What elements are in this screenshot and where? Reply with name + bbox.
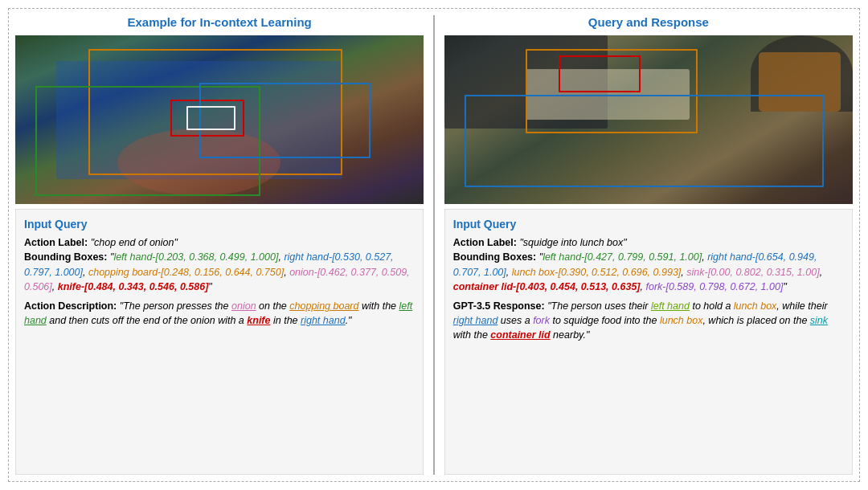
right-gpt-text8: with the [453, 329, 491, 341]
left-desc-label: Action Description: [24, 300, 120, 312]
right-gpt-text5: to squidge food into the [550, 315, 660, 326]
right-gpt-text6: , which is placed [702, 315, 779, 326]
right-gpt-lunchbox1: lunch box [734, 300, 777, 312]
right-gpt-lunchbox2: lunch box [660, 315, 703, 326]
left-image [15, 35, 424, 204]
right-action-label: Action Label: [453, 237, 520, 248]
right-bbox-lunchbox: lunch box-[0.390, 0.512, 0.696, 0.993] [512, 267, 682, 278]
left-desc-righthand: right hand [301, 315, 346, 326]
right-gpt-fork: fork [533, 315, 550, 326]
left-bbox-lefthand: left hand-[0.203, 0.368, 0.499, 1.000] [113, 251, 278, 263]
left-desc-text2: on the [256, 300, 290, 312]
right-panel-title: Query and Response [444, 15, 853, 29]
main-container: Example for In-context Learning Input Qu… [8, 8, 860, 482]
left-bbox-knife: knife-[0.484, 0.343, 0.546, 0.586] [58, 281, 209, 292]
right-bbox-line: Bounding Boxes: "left hand-[0.427, 0.799… [453, 250, 844, 293]
right-panel: Query and Response Input Query Action La… [444, 15, 853, 475]
right-bbox-blue [465, 95, 824, 188]
left-bbox-end: " [208, 281, 211, 292]
right-comma4: , [820, 267, 822, 278]
right-gpt-end: nearby." [551, 329, 590, 341]
right-gpt-text7: on the [780, 315, 810, 326]
left-action-desc-block: Action Description: "The person presses … [24, 299, 415, 328]
left-desc-text3: with the [358, 300, 399, 312]
left-bbox-line: Bounding Boxes: "left hand-[0.203, 0.368… [24, 250, 415, 293]
left-comma2: , [83, 267, 88, 278]
right-gpt-label: GPT-3.5 Response: [453, 300, 547, 312]
right-gpt-lid: container lid [490, 329, 550, 341]
left-desc-end: ." [346, 315, 352, 326]
right-text-panel: Input Query Action Label: "squidge into … [444, 209, 853, 475]
left-desc-onion: onion [231, 300, 256, 312]
right-gpt-text4: uses a [497, 315, 533, 326]
bbox-white [186, 106, 235, 129]
left-desc-board: chopping board [289, 300, 358, 312]
right-gpt-text2: to hold a [690, 300, 734, 312]
right-query-title: Input Query [453, 216, 844, 232]
right-bbox-sink: sink-[0.00, 0.802, 0.315, 1.00] [686, 267, 819, 278]
left-desc-knife: knife [247, 315, 270, 326]
left-action-label: Action Label: [24, 237, 91, 248]
left-query-title: Input Query [24, 216, 415, 232]
left-action-value: "chop end of onion" [91, 237, 178, 248]
left-panel-title: Example for In-context Learning [15, 15, 424, 29]
right-gpt-block: GPT-3.5 Response: "The person uses their… [453, 299, 844, 342]
right-image [444, 35, 853, 204]
right-comma2: , [506, 267, 512, 278]
right-gpt-lefthand: left hand [651, 300, 690, 312]
panel-divider [433, 15, 435, 475]
right-gpt-text3: , while their [776, 300, 827, 312]
left-desc-text5: in the [270, 315, 301, 326]
left-desc-text1: "The person presses the [120, 300, 231, 312]
right-action-label-line: Action Label: "squidge into lunch box" [453, 235, 844, 250]
left-text-panel: Input Query Action Label: "chop end of o… [15, 209, 424, 475]
right-action-value: "squidge into lunch box" [519, 237, 626, 248]
right-bbox-label: Bounding Boxes: [453, 251, 539, 263]
right-gpt-righthand: right hand [453, 315, 498, 326]
left-comma4: , [52, 281, 58, 292]
right-bbox-fork: fork-[0.589, 0.798, 0.672, 1.00] [645, 281, 783, 292]
left-desc-text4: and then cuts off the end of the onion w… [47, 315, 247, 326]
right-bbox-lefthand: left hand-[0.427, 0.799, 0.591, 1.00] [542, 251, 702, 263]
left-action-label-line: Action Label: "chop end of onion" [24, 235, 415, 250]
left-bbox-board: chopping board-[0.248, 0.156, 0.644, 0.7… [88, 267, 284, 278]
left-bbox-label: Bounding Boxes: [24, 251, 110, 263]
right-gpt-sink: sink [810, 315, 828, 326]
right-gpt-text1: "The person uses their [547, 300, 651, 312]
right-bbox-q2: " [783, 281, 786, 292]
left-panel: Example for In-context Learning Input Qu… [15, 15, 424, 475]
right-bbox-lid: container lid-[0.403, 0.454, 0.513, 0.63… [453, 281, 641, 292]
